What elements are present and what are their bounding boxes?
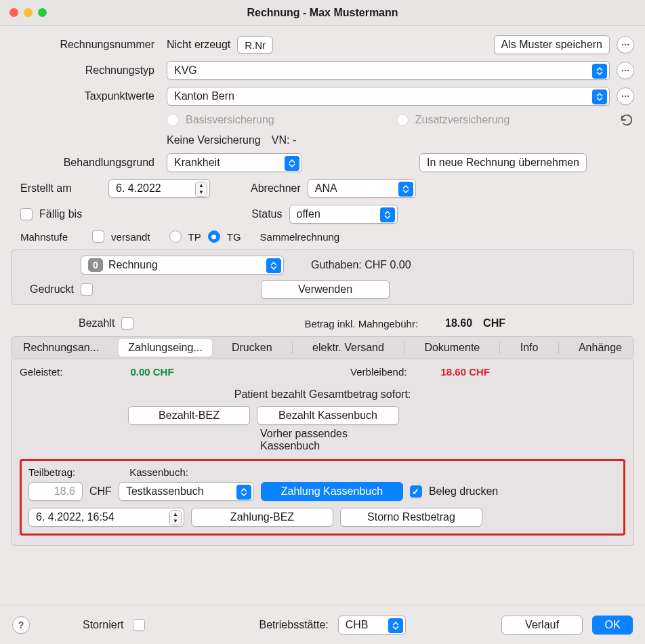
taxpunktwerte-select[interactable]: Kanton Bern [167, 87, 610, 106]
vn-label: VN: - [272, 134, 296, 146]
betrag-value: 18.60 [445, 317, 472, 329]
vorher-kassenbuch-label-1: Vorher passendes [260, 428, 348, 440]
mahnstufe-panel: 0 Rechnung Guthaben: CHF 0.00 Gedruckt V… [11, 249, 634, 305]
tab-bar: Rechnungsan... Zahlungseing... Drucken e… [11, 336, 634, 359]
tab-separator [292, 342, 293, 354]
help-button[interactable]: ? [12, 616, 30, 634]
zusatzversicherung-radio [396, 114, 409, 126]
maximize-window-button[interactable] [38, 8, 47, 17]
window-controls [9, 8, 47, 17]
date-stepper[interactable]: ▲▼ [195, 182, 207, 197]
guthaben-label: Guthaben: CHF 0.00 [311, 259, 411, 271]
kassenbuch-label: Kassenbuch: [129, 466, 188, 478]
taxpunktwerte-value: Kanton Bern [174, 90, 234, 102]
more-options-button-1[interactable] [617, 36, 634, 54]
verlauf-button[interactable]: Verlauf [501, 616, 583, 635]
tab-anhaenge[interactable]: Anhänge [569, 339, 631, 357]
status-select[interactable]: offen [289, 205, 398, 224]
tab-info[interactable]: Info [511, 339, 548, 357]
status-value: offen [297, 208, 320, 220]
svg-point-6 [622, 96, 623, 97]
basisversicherung-radio [167, 114, 179, 126]
erstellt-am-value: 6. 4.2022 [116, 182, 161, 195]
vorher-kassenbuch-label-2: Kassenbuch [260, 440, 348, 452]
tab-drucken[interactable]: Drucken [222, 339, 282, 357]
behandlungsgrund-select[interactable]: Krankheit [167, 153, 302, 172]
abrechner-select[interactable]: ANA [308, 179, 416, 198]
versandt-label: versandt [111, 231, 150, 243]
rechnungstyp-label: Rechnungstyp [11, 64, 160, 77]
chevron-updown-icon [398, 182, 413, 197]
geleistet-value: 0.00 CHF [130, 366, 173, 378]
svg-point-2 [627, 44, 629, 45]
ok-button[interactable]: OK [592, 616, 633, 635]
mahnstufe-label: Mahnstufe [20, 231, 68, 243]
rechnungstyp-value: KVG [174, 64, 197, 77]
beleg-drucken-label: Beleg drucken [429, 485, 498, 498]
tp-radio[interactable] [169, 230, 182, 243]
taxpunktwerte-label: Taxpunktwerte [11, 90, 160, 102]
storniert-checkbox[interactable] [133, 619, 145, 631]
chevron-updown-icon [266, 258, 281, 273]
svg-point-8 [627, 96, 629, 97]
more-options-button-3[interactable] [617, 87, 634, 105]
bezahlt-checkbox[interactable] [121, 317, 133, 329]
tab-rechnungsan[interactable]: Rechnungsan... [14, 339, 108, 357]
more-options-button-2[interactable] [617, 62, 634, 79]
tg-radio[interactable] [208, 230, 220, 243]
zahlung-date-field[interactable]: 6. 4.2022, 16:54 ▲▼ [28, 508, 184, 527]
teilbetrag-input[interactable]: 18.6 [28, 482, 83, 501]
chevron-updown-icon [592, 89, 607, 104]
footer-bar: ? Storniert Betriebsstätte: CHB Verlauf … [0, 605, 645, 644]
abrechner-value: ANA [315, 182, 337, 195]
svg-point-3 [622, 70, 623, 71]
mahnstufe-select[interactable]: 0 Rechnung [81, 256, 284, 275]
in-neue-rechnung-button[interactable]: In neue Rechnung übernehmen [419, 153, 587, 172]
beleg-drucken-checkbox[interactable] [410, 485, 422, 498]
verwenden-button[interactable]: Verwenden [261, 280, 390, 299]
ellipsis-icon [621, 66, 630, 75]
betriebsstaette-label: Betriebsstätte: [259, 619, 328, 631]
tg-label: TG [227, 231, 241, 243]
bezahlt-kassenbuch-button[interactable]: Bezahlt Kassenbuch [257, 406, 399, 425]
bezahlt-label: Bezahlt [79, 317, 115, 329]
tab-zahlungseingang[interactable]: Zahlungseing... [119, 339, 211, 357]
sammelrechnung-label: Sammelrechnung [260, 231, 340, 243]
teilbetrag-label: Teilbetrag: [28, 466, 75, 478]
chevron-updown-icon [285, 156, 299, 171]
rnr-button[interactable]: R.Nr [237, 36, 273, 54]
storno-restbetrag-button[interactable]: Storno Restbetrag [340, 508, 482, 527]
rechnungstyp-select[interactable]: KVG [167, 61, 610, 80]
erstellt-am-field[interactable]: 6. 4.2022 ▲▼ [108, 179, 210, 198]
chf-label: CHF [89, 485, 112, 498]
gedruckt-checkbox[interactable] [81, 283, 93, 296]
svg-point-7 [625, 96, 626, 97]
svg-point-5 [627, 70, 629, 71]
keine-versicherung-label: Keine Versicherung [167, 134, 261, 146]
kassenbuch-value: Testkassenbuch [126, 485, 204, 498]
title-bar: Rechnung - Max Mustermann [0, 0, 645, 26]
minimize-window-button[interactable] [24, 8, 33, 17]
close-window-button[interactable] [9, 8, 18, 17]
behandlungsgrund-value: Krankheit [174, 157, 220, 169]
date-stepper[interactable]: ▲▼ [169, 510, 182, 525]
bezahlt-bez-button[interactable]: Bezahlt-BEZ [128, 406, 250, 425]
kassenbuch-select[interactable]: Testkassenbuch [119, 482, 254, 501]
zahlung-kassenbuch-button[interactable]: Zahlung Kassenbuch [261, 482, 403, 501]
versandt-checkbox[interactable] [92, 230, 104, 243]
tab-dokumente[interactable]: Dokumente [415, 339, 489, 357]
mahnstufe-badge: 0 [88, 258, 103, 272]
status-label: Status [251, 208, 282, 220]
faellig-bis-checkbox[interactable] [20, 208, 33, 220]
erstellt-am-label: Erstellt am [20, 182, 102, 195]
zusatzversicherung-label: Zusatzversicherung [415, 114, 510, 126]
svg-point-1 [625, 44, 626, 45]
verbleibend-value: 18.60 CHF [440, 366, 490, 378]
reload-button[interactable] [619, 113, 634, 127]
zahlung-bez-button[interactable]: Zahlung-BEZ [191, 508, 333, 527]
behandlungsgrund-label: Behandlungsgrund [11, 157, 160, 169]
betriebsstaette-select[interactable]: CHB [338, 616, 406, 635]
als-muster-speichern-button[interactable]: Als Muster speichern [494, 35, 610, 54]
tab-elektr-versand[interactable]: elektr. Versand [303, 339, 394, 357]
chevron-updown-icon [236, 485, 251, 500]
